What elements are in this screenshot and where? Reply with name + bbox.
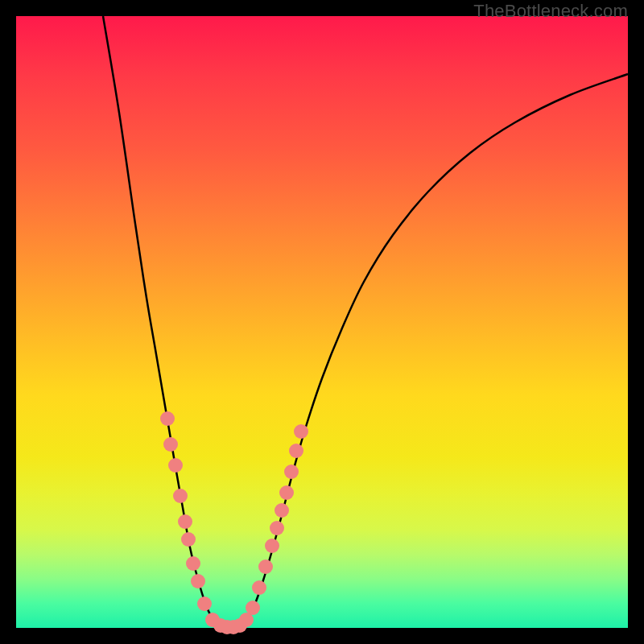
chart-frame: TheBottleneck.com [0, 0, 644, 644]
data-dot [178, 514, 192, 529]
data-dot [289, 444, 303, 458]
data-dot [246, 601, 260, 615]
data-dot [265, 539, 279, 553]
data-dot [197, 597, 212, 611]
data-dot [173, 489, 188, 503]
data-dot [181, 532, 196, 547]
data-dot [252, 580, 266, 595]
bottleneck-curve-right [230, 74, 628, 627]
data-dot [294, 424, 308, 439]
data-dot [160, 411, 175, 426]
data-dot [186, 556, 200, 571]
bottleneck-curve-left [103, 16, 230, 627]
data-dots-group [160, 411, 308, 634]
data-dot [191, 574, 205, 588]
data-dot [168, 458, 183, 473]
data-dot [284, 464, 299, 479]
data-dot [275, 503, 289, 518]
data-dot [279, 485, 294, 500]
data-dot [270, 521, 284, 535]
data-dot [258, 559, 273, 574]
chart-svg [16, 16, 628, 628]
data-dot [163, 437, 178, 452]
chart-gradient-background: TheBottleneck.com [16, 16, 628, 628]
